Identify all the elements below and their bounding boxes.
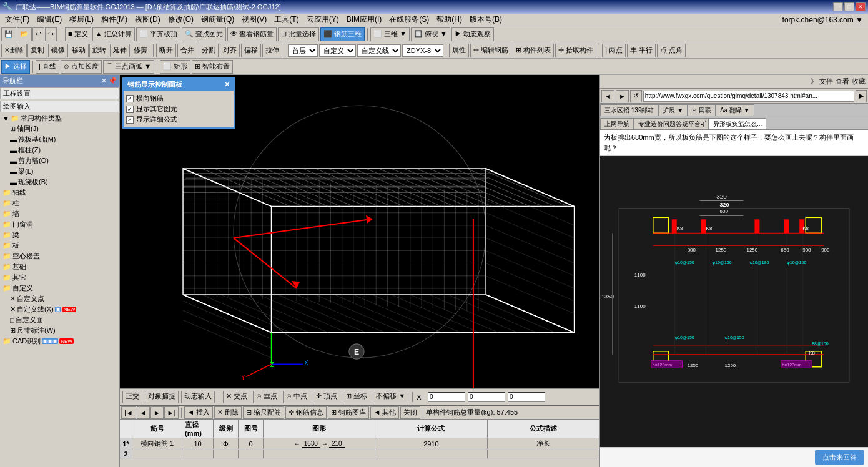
menu-edit[interactable]: 编辑(E) — [33, 14, 66, 26]
snap-btn[interactable]: 对象捕捉 — [145, 391, 179, 403]
coord-btn[interactable]: ⊞ 坐标 — [343, 391, 370, 403]
checkbox-transverse[interactable]: ✓ 横向钢筋 — [126, 93, 231, 104]
top-view-btn[interactable]: 🔲 俯视 ▼ — [411, 27, 450, 41]
rebar-prev-btn[interactable]: ◄ — [137, 406, 150, 419]
menu-floor[interactable]: 楼层(L) — [66, 14, 97, 26]
sidebar-item-slab[interactable]: ▬ 现浇板(B) — [0, 177, 119, 187]
sidebar-item-dimension[interactable]: ⊞ 尺寸标注(W) — [0, 325, 119, 336]
edit-rebar-btn[interactable]: ✏ 编辑钢筋 — [470, 44, 511, 57]
select-btn[interactable]: ▶ 选择 — [1, 60, 30, 74]
dynamic-obs-btn[interactable]: ▶ 动态观察 — [451, 27, 494, 41]
browser-refresh-btn[interactable]: ↺ — [630, 90, 642, 102]
two-point-btn[interactable]: | 两点 — [602, 44, 626, 57]
sidebar-item-doorwindow-folder[interactable]: 📁 门窗洞 — [0, 219, 119, 230]
sidebar-item-column-folder[interactable]: 📁 柱 — [0, 198, 119, 209]
rebar-next-btn[interactable]: ► — [150, 406, 164, 419]
checkbox-detail-formula[interactable]: ✓ 显示详细公式 — [126, 114, 231, 125]
sidebar-project-settings[interactable]: 工程设置 — [0, 87, 119, 99]
midpoint-btn[interactable]: ⊙ 中点 — [283, 391, 310, 403]
3d-btn[interactable]: ⬜ 三维 ▼ — [370, 27, 410, 41]
rebar-3d-btn[interactable]: ⬛ 钢筋三维 — [320, 27, 365, 41]
sidebar-item-raft[interactable]: ▬ 筏板基础(M) — [0, 134, 119, 145]
pick-component-btn[interactable]: ✛ 拾取构件 — [555, 44, 596, 57]
sidebar-item-column[interactable]: ▬ 框柱(Z) — [0, 145, 119, 155]
browser-tab-netlink[interactable]: ⊕ 网联 — [688, 104, 716, 116]
stretch-btn[interactable]: 拉伸 — [262, 44, 282, 57]
undo-btn[interactable]: ↩ — [32, 27, 44, 41]
menu-file[interactable]: 文件(F) — [1, 14, 33, 26]
rebar-first-btn[interactable]: |◄ — [121, 406, 136, 419]
menu-cloud[interactable]: 云应用(Y) — [303, 14, 343, 26]
menu-tools[interactable]: 工具(T) — [270, 14, 302, 26]
menu-rebar[interactable]: 钢筋量(Q) — [197, 14, 238, 26]
menu-view1[interactable]: 视图(D) — [131, 14, 164, 26]
sidebar-item-foundation-folder[interactable]: 📁 基础 — [0, 262, 119, 272]
copy-btn[interactable]: 复制 — [27, 44, 47, 57]
floor-select[interactable]: 首层 — [288, 44, 318, 57]
property-btn[interactable]: 属性 — [449, 44, 469, 57]
browser-go-btn[interactable]: ▶ — [856, 90, 867, 102]
sidebar-item-hollow-folder[interactable]: 📁 空心楼盖 — [0, 251, 119, 262]
rebar-other-btn[interactable]: ◄ 其他 — [370, 406, 399, 419]
split-btn[interactable]: 分割 — [199, 44, 219, 57]
checkbox-icon[interactable]: ✓ — [126, 95, 134, 102]
batch-select-btn[interactable]: ⊞ 批量选择 — [278, 27, 319, 41]
sidebar-draw-input[interactable]: 绘图输入 — [0, 101, 119, 112]
find-btn[interactable]: 🔍 查找图元 — [182, 27, 226, 41]
parallel-btn[interactable]: 丰 平行 — [627, 44, 656, 57]
sidebar-item-beam-folder[interactable]: 📁 梁 — [0, 230, 119, 240]
browser-tab-expand[interactable]: 扩展 ▼ — [658, 104, 688, 116]
mirror-btn[interactable]: 镜像 — [48, 44, 68, 57]
zdyx-select[interactable]: ZDYX-8 — [402, 44, 443, 57]
checkbox-icon2[interactable]: ✓ — [126, 106, 134, 113]
level-btn[interactable]: ⬜ 平齐板顶 — [136, 27, 180, 41]
move-btn[interactable]: 移动 — [69, 44, 89, 57]
sidebar-item-custom-point[interactable]: ✕ 自定义点 — [0, 293, 119, 304]
sidebar-item-beam[interactable]: ▬ 梁(L) — [0, 166, 119, 177]
checkbox-other-elements[interactable]: ✓ 显示其它图元 — [126, 104, 231, 114]
menu-account[interactable]: forpk.chen@163.com ▼ — [779, 15, 867, 25]
rebar-last-btn[interactable]: ►| — [164, 406, 179, 419]
custom-line-select[interactable]: 自定义线 — [357, 44, 401, 57]
sidebar-item-slab-folder[interactable]: 📁 板 — [0, 240, 119, 251]
point-angle-btn[interactable]: 点 点角 — [657, 44, 686, 57]
checkbox-icon3[interactable]: ✓ — [126, 116, 134, 124]
sidebar-item-cad-recognize[interactable]: 📁 CAD识别 ▣▣▣ NEW — [0, 336, 119, 347]
popup-close-icon[interactable]: ✕ — [224, 81, 230, 89]
table-row[interactable]: 1* 横向钢筋.1 10 Φ 0 ← 1630 → 210 2910 净 — [120, 438, 599, 450]
browser-tab-sanshui[interactable]: 三水区招 139邮箱 — [600, 104, 658, 116]
sidebar-item-wall-folder[interactable]: 📁 墙 — [0, 209, 119, 219]
sidebar-item-axisline-folder[interactable]: 📁 轴线 — [0, 187, 119, 198]
browser-tab-nav[interactable]: 上网导航 — [600, 118, 634, 129]
browser-fav-btn[interactable]: 收藏 — [852, 77, 866, 86]
reply-button[interactable]: 点击来回答 — [815, 450, 864, 465]
rebar-close-btn[interactable]: 关闭 — [400, 406, 420, 419]
sidebar-item-shearwall[interactable]: ▬ 剪力墙(Q) — [0, 155, 119, 166]
offset-btn[interactable]: 偏移 — [241, 44, 261, 57]
align-btn[interactable]: 对齐 — [220, 44, 240, 57]
menu-bim[interactable]: BIM应用(I) — [343, 14, 386, 26]
rebar-delete-btn[interactable]: ✕ 删除 — [214, 406, 242, 419]
orthogonal-btn[interactable]: 正交 — [122, 391, 142, 403]
browser-file-btn[interactable]: 》 文件 — [811, 77, 833, 86]
browser-forward-btn[interactable]: ► — [616, 90, 629, 102]
browser-back-btn[interactable]: ◄ — [601, 90, 614, 102]
rebar-lib-btn[interactable]: ⊞ 钢筋图库 — [328, 406, 369, 419]
view-rebar-btn[interactable]: 👁 查看钢筋量 — [227, 27, 277, 41]
smart-layout-btn[interactable]: ⊞ 智能布置 — [192, 60, 233, 74]
browser-view-btn[interactable]: 查看 — [836, 77, 849, 86]
merge-btn[interactable]: 合并 — [177, 44, 197, 57]
point-length-btn[interactable]: ⊙ 点加长度 — [61, 60, 102, 74]
close-button[interactable]: ✕ — [856, 2, 866, 11]
sidebar-item-custom-line[interactable]: ✕ 自定义线(X) ▣ NEW — [0, 304, 119, 315]
open-btn[interactable]: 📂 — [17, 27, 32, 41]
menu-modify[interactable]: 修改(O) — [164, 14, 197, 26]
rebar-info-btn[interactable]: ✛ 钢筋信息 — [285, 406, 327, 419]
trim-btn[interactable]: 修剪 — [131, 44, 150, 57]
sidebar-item-custom-face[interactable]: □ 自定义面 — [0, 315, 119, 325]
define-btn[interactable]: ■ 定义 — [65, 27, 91, 41]
delete-btn[interactable]: ✕删除 — [1, 44, 27, 57]
browser-tab-platform[interactable]: 专业造价问题答疑平台-广联达 — [634, 118, 709, 129]
component-list-btn[interactable]: ⊞ 构件列表 — [513, 44, 554, 57]
browser-address-input[interactable] — [643, 91, 854, 102]
